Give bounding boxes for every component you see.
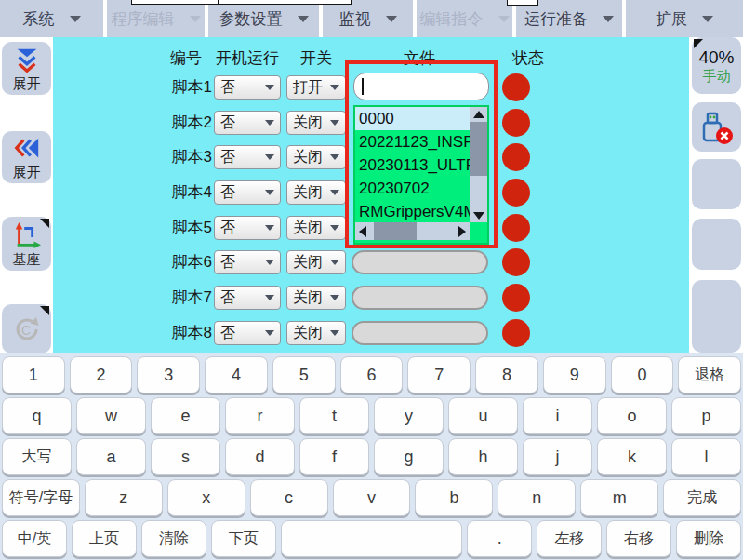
expand-down-button[interactable]: 展开 <box>2 42 51 95</box>
key-page-down[interactable]: 下页 <box>211 520 276 557</box>
key-o[interactable]: o <box>597 397 667 434</box>
list-item[interactable]: 0000 <box>355 107 470 130</box>
key-e[interactable]: e <box>151 397 220 434</box>
list-item[interactable]: 20230113_ULTRA <box>355 153 470 177</box>
key-i[interactable]: i <box>523 397 592 434</box>
switch-select[interactable]: 关闭 <box>286 250 346 274</box>
key-symbol-toggle[interactable]: 符号/字母 <box>2 479 80 516</box>
switch-select[interactable]: 关闭 <box>286 111 346 135</box>
boot-run-select[interactable]: 否 <box>214 216 281 240</box>
empty-button-1[interactable] <box>692 159 741 209</box>
key-1[interactable]: 1 <box>2 356 65 393</box>
key-u[interactable]: u <box>448 397 518 434</box>
key-space[interactable] <box>281 520 463 557</box>
key-7[interactable]: 7 <box>407 356 471 393</box>
boot-run-select[interactable]: 否 <box>214 250 281 274</box>
menu-item-parameter-settings[interactable]: 参数设置 <box>208 0 319 37</box>
key-a[interactable]: a <box>76 438 146 475</box>
empty-button-2[interactable] <box>692 219 741 270</box>
file-field[interactable] <box>352 286 488 310</box>
key-r[interactable]: r <box>225 397 295 434</box>
boot-run-select[interactable]: 否 <box>214 286 281 310</box>
list-item[interactable]: RMGrippersV4Mo <box>355 200 470 223</box>
expand-left-button[interactable]: 展开 <box>2 131 51 183</box>
boot-run-select[interactable]: 否 <box>214 180 281 205</box>
key-v[interactable]: v <box>333 479 411 516</box>
chevron-down-icon <box>298 16 309 22</box>
speed-mode-button[interactable]: 40% 手动 <box>692 37 741 94</box>
key-h[interactable]: h <box>448 438 518 475</box>
key-m[interactable]: m <box>580 479 658 516</box>
boot-run-select[interactable]: 否 <box>214 145 281 169</box>
horizontal-scrollbar[interactable] <box>355 222 470 240</box>
key-p[interactable]: p <box>671 397 741 434</box>
menu-item-extension[interactable]: 扩展 <box>626 0 743 37</box>
key-3[interactable]: 3 <box>137 356 200 393</box>
scroll-down-button[interactable] <box>470 208 487 223</box>
key-f[interactable]: f <box>299 438 369 475</box>
scroll-left-button[interactable] <box>355 222 370 240</box>
select-value: 打开 <box>293 78 323 98</box>
key-4[interactable]: 4 <box>205 356 268 393</box>
menu-item-monitor[interactable]: 监视 <box>323 0 413 37</box>
menu-item-label: 程序编辑 <box>112 8 175 30</box>
key-k[interactable]: k <box>597 438 667 475</box>
switch-select[interactable]: 关闭 <box>286 321 346 345</box>
key-9[interactable]: 9 <box>543 356 606 393</box>
key-5[interactable]: 5 <box>272 356 336 393</box>
key-j[interactable]: j <box>523 438 592 475</box>
key-backspace[interactable]: 退格 <box>678 356 741 393</box>
key-w[interactable]: w <box>76 397 146 434</box>
file-field[interactable] <box>352 250 488 274</box>
svg-text:C: C <box>21 323 31 338</box>
scroll-right-button[interactable] <box>455 222 470 240</box>
switch-select[interactable]: 打开 <box>286 75 346 100</box>
scroll-up-button[interactable] <box>470 107 487 122</box>
horizontal-scrollbar-thumb[interactable] <box>374 222 417 240</box>
key-6[interactable]: 6 <box>340 356 404 393</box>
key-2[interactable]: 2 <box>70 356 133 393</box>
switch-select[interactable]: 关闭 <box>286 216 346 240</box>
empty-button-3[interactable] <box>692 280 741 353</box>
key-t[interactable]: t <box>299 397 369 434</box>
switch-select[interactable]: 关闭 <box>286 145 346 169</box>
key-done[interactable]: 完成 <box>663 479 741 516</box>
key-move-right[interactable]: 右移 <box>606 520 671 557</box>
switch-select[interactable]: 关闭 <box>286 180 346 205</box>
menu-item-system[interactable]: 系统 <box>0 0 103 37</box>
key-g[interactable]: g <box>374 438 444 475</box>
usb-button[interactable] <box>692 102 741 152</box>
vertical-scrollbar[interactable] <box>470 107 487 223</box>
key-b[interactable]: b <box>415 479 493 516</box>
boot-run-select[interactable]: 否 <box>214 321 281 345</box>
menu-item-run-preparation[interactable]: 运行准备 <box>516 0 622 37</box>
key-q[interactable]: q <box>2 397 72 434</box>
key-z[interactable]: z <box>85 479 163 516</box>
boot-run-select[interactable]: 否 <box>214 75 281 100</box>
list-item[interactable]: 20221123_INSPIR <box>355 130 470 153</box>
key-move-left[interactable]: 左移 <box>537 520 602 557</box>
key-d[interactable]: d <box>225 438 295 475</box>
list-item[interactable]: 20230702 <box>355 177 470 200</box>
switch-select[interactable]: 关闭 <box>286 286 346 310</box>
base-coordinate-button[interactable]: 基座 <box>2 217 51 271</box>
key-lang-toggle[interactable]: 中/英 <box>2 520 67 557</box>
file-field[interactable] <box>352 321 488 345</box>
vertical-scrollbar-thumb[interactable] <box>470 122 487 176</box>
key-page-up[interactable]: 上页 <box>72 520 137 557</box>
key-s[interactable]: s <box>151 438 220 475</box>
key-0[interactable]: 0 <box>611 356 674 393</box>
key-l[interactable]: l <box>671 438 741 475</box>
key-caps[interactable]: 大写 <box>2 438 72 475</box>
file-input[interactable] <box>353 73 489 100</box>
boot-run-select[interactable]: 否 <box>214 111 281 135</box>
key-y[interactable]: y <box>374 397 444 434</box>
key-n[interactable]: n <box>498 479 576 516</box>
key-c[interactable]: c <box>250 479 328 516</box>
key-8[interactable]: 8 <box>475 356 538 393</box>
key-x[interactable]: x <box>167 479 245 516</box>
rotate-button[interactable]: C <box>2 304 51 353</box>
key-delete[interactable]: 删除 <box>676 520 741 557</box>
key-period[interactable]: . <box>467 520 532 557</box>
key-clear[interactable]: 清除 <box>141 520 206 557</box>
